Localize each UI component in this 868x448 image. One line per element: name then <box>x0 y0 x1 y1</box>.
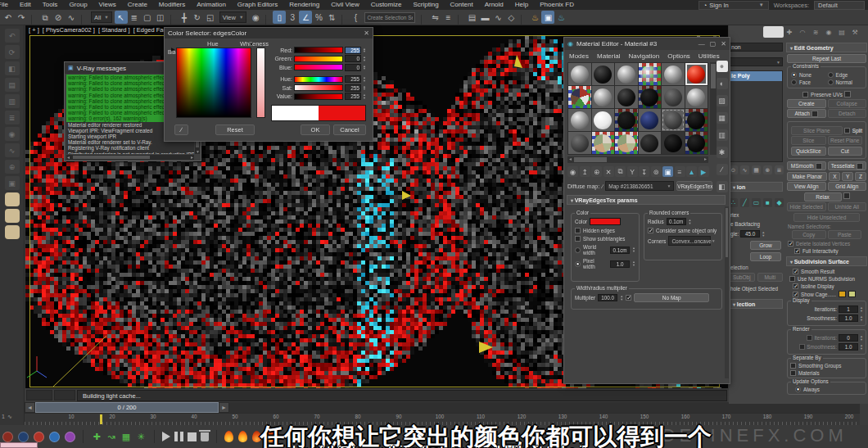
material-sample-slot[interactable] <box>615 109 638 131</box>
pixel-width-spinner[interactable]: 1.0 <box>610 260 630 268</box>
planar-z-button[interactable]: Z <box>855 172 866 181</box>
detach-button[interactable]: Detach <box>828 109 867 118</box>
vray-toolbar-icon[interactable] <box>65 432 75 442</box>
constraint-none-radio[interactable]: ●None <box>791 72 826 78</box>
spinner-arrows[interactable]: ▲▼ <box>363 93 366 99</box>
slider-value[interactable]: 0 <box>345 64 361 71</box>
full-interactivity-checkbox[interactable]: ✓Full Interactivity <box>794 248 866 254</box>
maxscript-mini-listener[interactable] <box>0 442 38 448</box>
toolbar-icon[interactable] <box>421 15 427 26</box>
preserve-uvs-settings-button[interactable] <box>844 91 851 97</box>
grow-button[interactable]: Grow <box>750 241 781 250</box>
left-toolbar-button[interactable]: ⊕ <box>5 160 20 174</box>
stop-button[interactable] <box>188 432 197 441</box>
material-sample-slot[interactable] <box>568 86 591 108</box>
material-sample-slot[interactable] <box>662 132 685 154</box>
material-tool-icon[interactable]: ⊕ <box>591 166 602 177</box>
quickslice-button[interactable]: QuickSlice <box>791 147 826 156</box>
stack-item-editable-poly[interactable]: le Poly <box>730 71 782 81</box>
slider-track[interactable] <box>294 64 343 70</box>
multiplier-map-checkbox[interactable]: ✓ <box>626 295 631 301</box>
track-bar-tool-icon[interactable]: ∿ <box>7 414 12 420</box>
cage-color-swatch[interactable] <box>839 291 846 297</box>
edit-geometry-rollout-header[interactable]: Edit Geometry <box>786 43 867 52</box>
material-sample-slot[interactable] <box>615 86 638 108</box>
material-sample-slot[interactable] <box>592 86 615 108</box>
slice-button[interactable]: Slice <box>791 136 826 145</box>
side-tool-icon[interactable]: ▥ <box>717 129 728 141</box>
material-tool-icon[interactable]: ▣ <box>662 166 673 177</box>
show-subtriangles-checkbox[interactable]: Show subtriangles <box>575 236 635 242</box>
green-toolbar-icon[interactable]: ↝ <box>106 431 117 442</box>
slider-value[interactable]: 255 <box>345 84 361 92</box>
render-iterations-checkbox[interactable] <box>807 335 812 341</box>
material-sample-slot[interactable] <box>568 132 591 154</box>
side-tool-icon[interactable]: ▦ <box>717 112 728 124</box>
no-map-button[interactable]: No Map <box>634 293 709 302</box>
render-iterations-spinner[interactable]: 0 <box>839 334 858 342</box>
picker-marker-icon[interactable]: ▶ <box>171 46 175 52</box>
material-sample-slot[interactable] <box>662 86 685 108</box>
viewport-label-segment[interactable]: [ PhysCamera002 ] <box>43 26 95 34</box>
render-smoothness-spinner[interactable]: 1.0 <box>839 343 858 351</box>
grid-align-button[interactable]: Grid Align <box>828 182 867 191</box>
spinner-arrows[interactable]: ▲▼ <box>762 231 765 237</box>
side-tool-icon[interactable]: ● <box>717 61 728 72</box>
slider-track[interactable] <box>294 76 343 83</box>
hue-blackness-picker[interactable] <box>176 48 251 118</box>
preserve-uvs-checkbox[interactable]: Preserve UVs <box>802 91 843 97</box>
isoline-display-checkbox[interactable]: ✓Isoline Display <box>793 283 866 289</box>
toolbar-icon[interactable]: ≡ <box>441 11 454 24</box>
planar-y-button[interactable]: Y <box>842 172 853 181</box>
time-marker[interactable] <box>100 414 102 424</box>
material-sample-slot[interactable] <box>592 109 615 131</box>
phoenix-fire-icon[interactable] <box>224 431 233 442</box>
sign-in-button[interactable]: ◔ Sign In ▼ <box>698 1 769 10</box>
phoenix-fire-icon[interactable] <box>238 431 247 442</box>
material-editor-menu-item[interactable]: Utilities <box>698 52 720 60</box>
material-sample-slot[interactable] <box>568 109 591 131</box>
material-sample-slot[interactable] <box>662 109 685 131</box>
toolbar-icon[interactable] <box>170 15 176 26</box>
toolbar-icon[interactable]: { <box>349 11 362 24</box>
toolbar-icon[interactable]: % <box>312 11 325 24</box>
spinner-arrows[interactable]: ▲▼ <box>363 56 366 61</box>
vray-toolbar-icon[interactable] <box>49 432 60 442</box>
consider-same-object-checkbox[interactable]: ✓Consider same object only <box>648 228 718 233</box>
material-sample-slot[interactable] <box>685 132 708 154</box>
material-tool-icon[interactable]: ↧ <box>639 166 649 177</box>
material-sample-slot[interactable] <box>662 63 685 85</box>
vray-toolbar-icon[interactable] <box>2 432 13 442</box>
ignore-backfacing-checkbox[interactable]: e Backfacing <box>730 221 760 227</box>
display-iterations-spinner[interactable]: 1 <box>839 305 858 313</box>
toolbar-icon[interactable]: ⇋ <box>428 11 441 24</box>
stack-tool-icon[interactable]: ∿ <box>740 165 749 174</box>
toolbar-icon[interactable]: 3 <box>286 11 299 24</box>
relax-settings-button[interactable] <box>843 192 850 199</box>
material-sample-slot[interactable] <box>568 63 591 85</box>
subobject-icon[interactable]: ◆ <box>775 198 784 207</box>
toolbar-icon[interactable] <box>265 15 271 26</box>
toolbar-icon[interactable]: ◫ <box>154 11 167 24</box>
view-align-button[interactable]: View Align <box>787 182 826 191</box>
side-tool-icon[interactable]: ✱ <box>717 147 728 158</box>
left-toolbar-button[interactable] <box>5 225 20 239</box>
material-sample-slot[interactable] <box>639 63 662 85</box>
whiteness-strip[interactable] <box>256 48 265 118</box>
next-frame-button[interactable]: ► <box>219 402 229 413</box>
vrayedgestex-params-rollout-header[interactable]: VRayEdgesTex params <box>567 195 726 205</box>
material-tool-icon[interactable]: ⧉ <box>615 166 626 177</box>
color-selector-titlebar[interactable]: Color Selector: edgesColor ✕ <box>165 28 373 38</box>
split-checkbox[interactable]: Split <box>844 126 862 135</box>
material-sample-slot[interactable] <box>685 109 708 131</box>
attach-button[interactable]: Attach <box>787 109 826 118</box>
soft-selection-rollout-header[interactable]: lection <box>729 299 783 309</box>
toolbar-icon[interactable]: ⇅ <box>325 11 338 24</box>
modifier-stack[interactable]: le Poly <box>729 70 783 162</box>
left-toolbar-button[interactable]: ⟳ <box>5 45 20 59</box>
subdivision-surface-rollout-header[interactable]: Subdivision Surface <box>786 256 867 266</box>
toolbar-icon[interactable]: ◇ <box>504 11 518 24</box>
horizontal-scrollbar[interactable]: ◄► <box>66 155 194 160</box>
hide-unselected-button[interactable]: Hide Unselected <box>793 213 860 222</box>
pause-button[interactable] <box>174 432 183 441</box>
